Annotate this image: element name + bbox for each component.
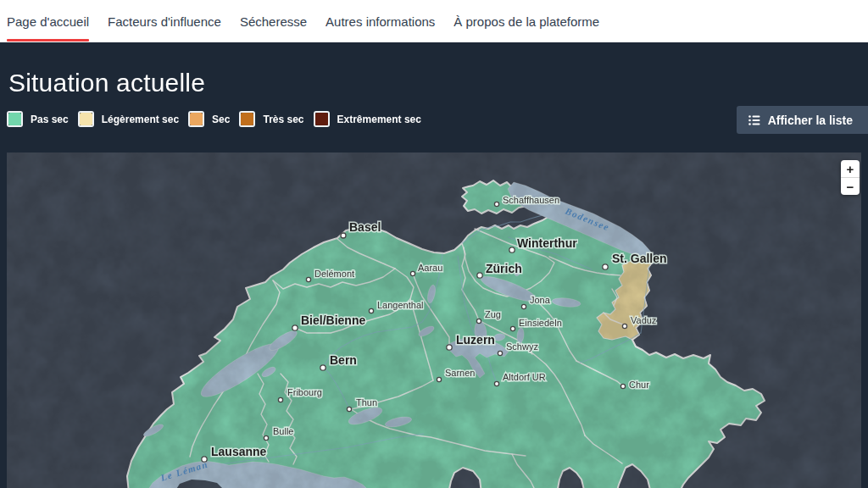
- hero-header: Situation actuelle Pas sec Légèrement se…: [0, 42, 868, 152]
- city-label-zurich: Zürich: [486, 262, 522, 275]
- city-label-thun: Thun: [356, 397, 377, 408]
- legend-swatch-sec: [188, 111, 204, 127]
- city-label-biel-bienne: Biel/Bienne: [301, 313, 365, 327]
- tab-a-propos[interactable]: À propos de la plateforme: [453, 0, 599, 42]
- legend-item-tres-sec: Très sec: [239, 111, 303, 127]
- city-label-bulle: Bulle: [273, 426, 293, 436]
- city-label-jona: Jona: [530, 295, 551, 305]
- tab-page-accueil[interactable]: Page d'accueil: [7, 0, 89, 42]
- legend-label: Légèrement sec: [102, 114, 179, 125]
- legend-item-pas-sec: Pas sec: [7, 111, 69, 127]
- show-list-button[interactable]: Afficher la liste: [737, 106, 868, 134]
- show-list-button-label: Afficher la liste: [768, 114, 853, 127]
- city-label-fribourg: Fribourg: [287, 387, 322, 397]
- map-zoom-control: + −: [841, 160, 860, 195]
- legend-item-sec: Sec: [188, 111, 230, 127]
- tab-autres-infos[interactable]: Autres informations: [326, 0, 435, 42]
- top-navbar: Page d'accueil Facteurs d'influence Séch…: [0, 0, 868, 42]
- legend-swatch-pas-sec: [7, 111, 23, 127]
- legend-swatch-legerement-sec: [78, 111, 94, 127]
- tab-facteurs[interactable]: Facteurs d'influence: [108, 0, 221, 42]
- map-canvas[interactable]: Basel Schaffhausen Winterthur Zürich Aar…: [7, 152, 861, 488]
- legend-swatch-extremement-sec: [314, 111, 330, 127]
- legend-item-legerement-sec: Légèrement sec: [78, 111, 179, 127]
- city-label-delemont: Delémont: [314, 269, 354, 279]
- legend-label: Extrêmement sec: [337, 114, 421, 125]
- zoom-in-button[interactable]: +: [841, 160, 860, 177]
- city-label-altdorf: Altdorf UR: [503, 372, 546, 382]
- list-icon: [748, 115, 760, 125]
- city-label-schaffhausen: Schaffhausen: [503, 195, 559, 205]
- legend-swatch-tres-sec: [239, 111, 255, 127]
- city-label-einsiedeln: Einsiedeln: [519, 318, 562, 328]
- drought-legend: Pas sec Légèrement sec Sec Très sec Extr…: [7, 111, 431, 127]
- map-container: Basel Schaffhausen Winterthur Zürich Aar…: [7, 152, 861, 488]
- legend-item-extremement-sec: Extrêmement sec: [314, 111, 421, 127]
- city-label-bern: Bern: [330, 353, 357, 367]
- city-label-langenthal: Langenthal: [377, 300, 423, 310]
- city-label-zug: Zug: [485, 309, 501, 319]
- city-label-basel: Basel: [349, 220, 381, 234]
- terrain-texture: [7, 152, 861, 488]
- city-label-lausanne: Lausanne: [211, 445, 267, 458]
- city-label-st-gallen: St. Gallen: [612, 252, 667, 265]
- city-label-luzern: Luzern: [456, 333, 495, 347]
- city-label-schwyz: Schwyz: [506, 341, 538, 352]
- city-label-vaduz: Vaduz: [631, 315, 656, 325]
- legend-label: Sec: [212, 114, 230, 125]
- legend-label: Pas sec: [31, 114, 69, 125]
- zoom-out-button[interactable]: −: [841, 177, 860, 195]
- city-label-aarau: Aarau: [418, 263, 442, 273]
- city-label-sarnen: Sarnen: [445, 368, 475, 378]
- tab-secheresse[interactable]: Sécheresse: [240, 0, 307, 42]
- city-label-chur: Chur: [629, 380, 649, 390]
- city-label-winterthur: Winterthur: [517, 236, 577, 250]
- legend-label: Très sec: [263, 114, 303, 125]
- page-title: Situation actuelle: [8, 69, 205, 97]
